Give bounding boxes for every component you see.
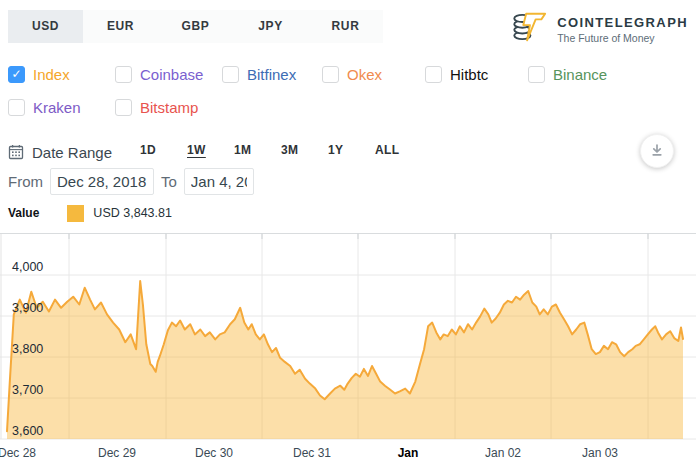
checkbox-unchecked[interactable] [222,66,239,83]
x-tick-label: Jan 03 [582,446,618,460]
price-chart[interactable]: 4,0003,9003,8003,7003,600Dec 28Dec 29Dec… [0,228,696,465]
cointelegraph-coin-bolt-icon [510,8,548,50]
from-label: From [8,173,43,190]
x-tick-label: Dec 31 [293,446,331,460]
logo-tagline: The Future of Money [557,32,688,44]
cointelegraph-logo: COINTELEGRAPH The Future of Money [510,8,688,50]
exchange-filter-label: Bitstamp [140,99,198,116]
date-range-toolbar: Date Range 1D1W1M3M1YALL [8,141,688,163]
checkbox-unchecked[interactable] [322,66,339,83]
exchange-filter-bitstamp[interactable]: Bitstamp [115,99,222,116]
exchange-filter-index[interactable]: ✓Index [8,66,115,83]
exchange-filter-label: Coinbase [140,66,203,83]
crypto-price-index-widget: USDEURGBPJPYRUR COINTELEGRAPH The Future… [0,0,696,465]
tab-gbp[interactable]: GBP [158,10,233,43]
logo-title: COINTELEGRAPH [557,15,688,30]
tab-usd[interactable]: USD [8,10,83,43]
chart-legend: Value USD 3,843.81 [8,204,172,222]
logo-text: COINTELEGRAPH The Future of Money [557,15,688,44]
exchange-filter-row: KrakenBitstamp [8,99,688,116]
checkbox-unchecked[interactable] [528,66,545,83]
header: USDEURGBPJPYRUR COINTELEGRAPH The Future… [8,10,688,48]
checkbox-unchecked[interactable] [115,66,132,83]
exchange-filter-label: Index [33,66,70,83]
tab-jpy[interactable]: JPY [233,10,308,43]
exchange-filter-label: Hitbtc [450,66,488,83]
range-preset-3m[interactable]: 3M [281,143,328,157]
x-tick-label: Dec 30 [195,446,233,460]
exchange-filter-bitfinex[interactable]: Bitfinex [222,66,322,83]
legend-value: USD 3,843.81 [93,206,172,220]
from-date-input[interactable] [50,168,154,195]
checkbox-checked[interactable]: ✓ [8,66,25,83]
range-preset-1y[interactable]: 1Y [328,143,375,157]
tab-rur[interactable]: RUR [308,10,383,43]
exchange-filter-label: Okex [347,66,382,83]
exchange-filter-label: Binance [553,66,607,83]
download-icon [649,142,665,161]
checkbox-unchecked[interactable] [115,99,132,116]
date-range-label: Date Range [32,144,112,161]
exchange-filter-okex[interactable]: Okex [322,66,425,83]
y-tick-label: 3,800 [12,342,43,356]
tab-eur[interactable]: EUR [83,10,158,43]
exchange-filter-row: ✓IndexCoinbaseBitfinexOkexHitbtcBinance [8,66,688,83]
y-tick-label: 3,900 [12,301,43,315]
x-tick-label: Jan 02 [485,446,521,460]
to-label: To [161,173,177,190]
range-preset-all[interactable]: ALL [375,143,422,157]
to-date-input[interactable] [184,168,254,195]
exchange-filter-coinbase[interactable]: Coinbase [115,66,222,83]
checkbox-unchecked[interactable] [8,99,25,116]
currency-tabs: USDEURGBPJPYRUR [8,10,383,43]
x-tick-label: Dec 28 [0,446,36,460]
range-preset-1m[interactable]: 1M [234,143,281,157]
price-area [7,281,683,439]
legend-swatch [67,205,84,222]
range-preset-1w[interactable]: 1W [187,143,234,157]
range-preset-1d[interactable]: 1D [140,143,187,157]
x-axis-labels: Dec 28Dec 29Dec 30Dec 31JanJan 02Jan 03 [0,446,618,460]
legend-series-name: USD [93,206,119,220]
x-tick-label: Jan [398,446,419,460]
y-tick-label: 3,700 [12,383,43,397]
exchange-filters: ✓IndexCoinbaseBitfinexOkexHitbtcBinanceK… [8,66,688,132]
y-tick-label: 3,600 [12,424,43,438]
date-range-form: From To [8,168,254,195]
range-presets: 1D1W1M3M1YALL [140,143,422,157]
exchange-filter-kraken[interactable]: Kraken [8,99,115,116]
exchange-filter-hitbtc[interactable]: Hitbtc [425,66,528,83]
exchange-filter-binance[interactable]: Binance [528,66,648,83]
download-button[interactable] [640,134,674,168]
legend-current-value: 3,843.81 [123,206,172,220]
legend-label: Value [8,206,39,220]
exchange-filter-label: Bitfinex [247,66,296,83]
exchange-filter-label: Kraken [33,99,81,116]
x-tick-label: Dec 29 [98,446,136,460]
calendar-icon [8,144,24,160]
y-tick-label: 4,000 [12,260,43,274]
checkbox-unchecked[interactable] [425,66,442,83]
